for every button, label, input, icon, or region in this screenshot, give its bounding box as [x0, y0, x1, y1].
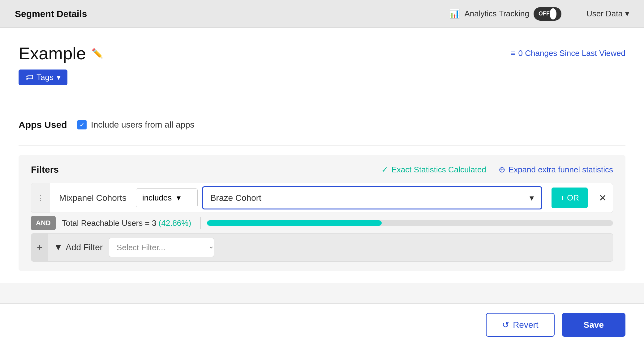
- or-button[interactable]: + OR: [552, 188, 588, 208]
- user-data-chevron-icon: ▾: [625, 9, 629, 19]
- filter-value-select[interactable]: Braze Cohort ▾: [202, 186, 542, 209]
- analytics-toggle[interactable]: OFF: [534, 7, 561, 21]
- stats-row: AND Total Reachable Users = 3 (42.86%): [31, 216, 613, 230]
- operator-chevron-icon: ▾: [177, 193, 181, 203]
- top-bar-right: 📊 Analytics Tracking OFF User Data ▾: [449, 6, 629, 22]
- expand-funnel-button[interactable]: ⊕ Expand extra funnel statistics: [499, 165, 613, 175]
- or-button-label: + OR: [560, 193, 579, 203]
- page-title: Example: [19, 43, 86, 63]
- tag-icon: 🏷: [25, 73, 33, 82]
- add-filter-plus-button[interactable]: +: [31, 234, 48, 261]
- add-filter-row: + ▼ Add Filter Select Filter...: [31, 233, 613, 262]
- filter-name: Mixpanel Cohorts: [50, 184, 136, 212]
- divider-1: [19, 104, 625, 104]
- and-badge: AND: [31, 216, 56, 230]
- filter-funnel-icon: ▼: [54, 243, 63, 252]
- divider-2: [19, 146, 625, 146]
- page-header-title: Segment Details: [15, 9, 87, 19]
- exact-stats-label: Exact Statistics Calculated: [391, 165, 486, 175]
- tags-button[interactable]: 🏷 Tags ▾: [19, 70, 67, 85]
- changes-label: 0 Changes Since Last Viewed: [518, 49, 625, 58]
- apps-used-label: Apps Used: [19, 120, 68, 130]
- stats-text: Total Reachable Users = 3 (42.86%): [62, 218, 191, 228]
- changes-link[interactable]: ≡ 0 Changes Since Last Viewed: [510, 49, 625, 58]
- tags-chevron-icon: ▾: [57, 73, 61, 82]
- add-filter-text: Add Filter: [66, 243, 103, 252]
- main-content: Example ✏️ ≡ 0 Changes Since Last Viewed…: [0, 28, 644, 283]
- filter-row: ⋮ Mixpanel Cohorts includes ▾ Braze Coho…: [31, 183, 613, 213]
- bottom-bar: ↺ Revert Save: [0, 303, 644, 346]
- include-all-apps-label: Include users from all apps: [91, 120, 195, 130]
- user-data-button[interactable]: User Data ▾: [586, 9, 629, 19]
- plus-circle-icon: ⊕: [499, 165, 505, 175]
- remove-filter-button[interactable]: ✕: [593, 187, 613, 209]
- progress-bar-fill: [207, 220, 382, 226]
- analytics-icon: 📊: [449, 9, 460, 19]
- top-bar: Segment Details 📊 Analytics Tracking OFF…: [0, 0, 644, 28]
- add-filter-label: ▼ Add Filter: [48, 234, 109, 261]
- filters-section: Filters ✓ Exact Statistics Calculated ⊕ …: [19, 155, 625, 271]
- value-chevron-icon: ▾: [530, 193, 534, 203]
- progress-divider: [200, 217, 201, 229]
- apps-used-section: Apps Used ✓ Include users from all apps: [19, 113, 625, 136]
- filters-title: Filters: [31, 164, 59, 175]
- user-data-label: User Data: [586, 9, 623, 19]
- filter-value-container: Braze Cohort ▾: [198, 183, 547, 213]
- analytics-tracking-label: Analytics Tracking: [464, 9, 529, 19]
- filter-operator-dropdown[interactable]: includes ▾: [136, 188, 198, 207]
- analytics-tracking-section: 📊 Analytics Tracking OFF: [449, 7, 561, 21]
- page-title-row: Example ✏️ ≡ 0 Changes Since Last Viewed: [19, 43, 625, 63]
- header-divider: [574, 6, 574, 22]
- select-filter-dropdown[interactable]: Select Filter...: [109, 238, 214, 257]
- revert-button[interactable]: ↺ Revert: [486, 313, 554, 337]
- edit-icon[interactable]: ✏️: [92, 48, 103, 59]
- exact-stats-indicator: ✓ Exact Statistics Calculated: [381, 165, 486, 175]
- drag-handle[interactable]: ⋮: [31, 183, 50, 213]
- checkbox-check-icon: ✓: [79, 121, 85, 129]
- stats-percentage: (42.86%): [159, 218, 191, 228]
- tags-label: Tags: [36, 73, 54, 82]
- include-all-apps-checkbox[interactable]: ✓: [77, 120, 87, 129]
- checkmark-icon: ✓: [381, 165, 388, 175]
- save-label: Save: [584, 320, 604, 330]
- stats-label: Total Reachable Users = 3: [62, 218, 157, 228]
- expand-funnel-label: Expand extra funnel statistics: [509, 165, 613, 175]
- toggle-knob: [550, 8, 556, 19]
- page-title-left: Example ✏️: [19, 43, 103, 63]
- list-icon: ≡: [510, 49, 515, 58]
- revert-label: Revert: [513, 320, 538, 330]
- filter-value: Braze Cohort: [210, 193, 261, 203]
- apps-used-checkbox-container: ✓ Include users from all apps: [77, 120, 195, 130]
- filter-operator-value: includes: [142, 193, 172, 203]
- filters-header: Filters ✓ Exact Statistics Calculated ⊕ …: [31, 164, 613, 175]
- save-button[interactable]: Save: [562, 313, 625, 337]
- toggle-state-label: OFF: [539, 11, 550, 17]
- progress-bar-container: [207, 220, 613, 226]
- filters-header-right: ✓ Exact Statistics Calculated ⊕ Expand e…: [381, 165, 613, 175]
- revert-icon: ↺: [502, 320, 509, 330]
